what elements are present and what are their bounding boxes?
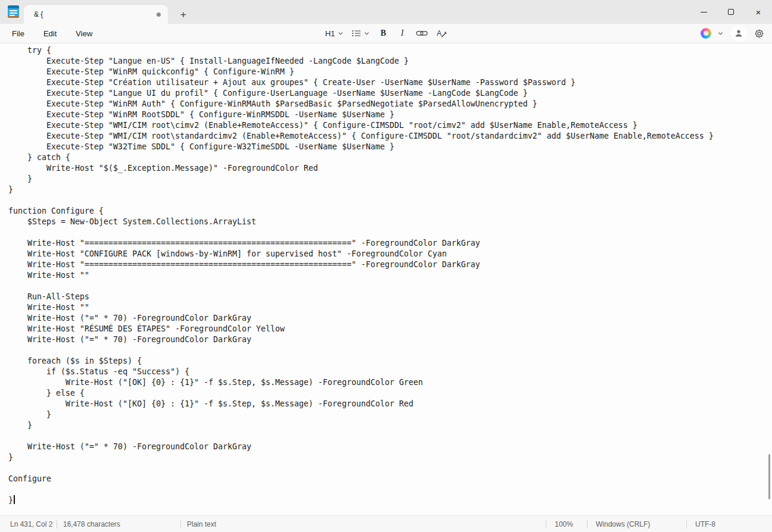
- code-line: [8, 463, 772, 474]
- code-line: Write-Host "": [8, 270, 772, 281]
- code-line: $Steps = New-Object System.Collections.A…: [8, 217, 772, 227]
- code-line: Execute-Step "Langue en-US" { Install-La…: [8, 56, 772, 67]
- text-caret: [14, 495, 15, 504]
- code-line: } else {: [8, 388, 772, 399]
- list-style-dropdown[interactable]: [349, 26, 372, 41]
- italic-button[interactable]: I: [395, 26, 410, 41]
- notepad-icon-line: [10, 12, 17, 14]
- code-line: Execute-Step "Création utilisateur + Ajo…: [8, 77, 772, 88]
- code-line: }: [8, 184, 772, 195]
- character-count-status: 16,478 characters: [57, 516, 180, 532]
- zoom-level-status: 100%: [546, 516, 587, 532]
- code-line: if ($s.Status -eq "Success") {: [8, 367, 772, 377]
- code-line: try {: [8, 45, 772, 56]
- settings-button[interactable]: [751, 25, 767, 42]
- code-line: Execute-Step "Langue UI du profil" { Con…: [8, 88, 772, 99]
- code-line: Write-Host "============================…: [8, 238, 772, 249]
- menu-view[interactable]: View: [70, 26, 98, 41]
- clear-formatting-icon: A: [436, 29, 447, 38]
- bullet-list-icon: [352, 29, 361, 37]
- heading-style-label: H1: [325, 29, 335, 38]
- bold-icon: B: [380, 29, 386, 38]
- code-line: Execute-Step "WMI/CIM root\standardcimv2…: [8, 131, 772, 142]
- notepad-app-icon: [8, 5, 19, 18]
- code-line: }: [8, 409, 772, 420]
- tab-title: & {: [34, 10, 157, 18]
- close-button[interactable]: ×: [745, 0, 772, 24]
- code-line: Write-Host "CONFIGURE PACK [windows-by-W…: [8, 249, 772, 259]
- notepad-icon-line: [10, 10, 17, 11]
- code-line: }: [8, 495, 772, 506]
- code-line: [8, 195, 772, 206]
- copilot-icon: [701, 28, 711, 39]
- minimize-button[interactable]: [690, 0, 717, 24]
- status-bar: Ln 431, Col 2 16,478 characters Plain te…: [0, 515, 772, 532]
- formatting-toolbar: H1 B: [323, 24, 449, 43]
- code-line: Write-Host ("[OK] {0} : {1}" -f $s.Step,…: [8, 377, 772, 388]
- line-ending-status: Windows (CRLF): [587, 516, 686, 532]
- code-line: Run-All-Steps: [8, 292, 772, 302]
- titlebar: & { + ×: [0, 0, 772, 24]
- chevron-down-icon: [338, 31, 343, 36]
- clear-formatting-button[interactable]: A: [434, 26, 449, 41]
- code-line: [8, 431, 772, 442]
- vertical-scrollbar[interactable]: [768, 454, 770, 499]
- gear-icon: [754, 29, 764, 39]
- notepad-icon-binding: [8, 5, 19, 8]
- copilot-button[interactable]: [697, 25, 727, 42]
- avatar: [731, 26, 746, 41]
- code-line: Execute-Step "WinRM RootSDDL" { Configur…: [8, 109, 772, 120]
- text-editor-area[interactable]: try { Execute-Step "Langue en-US" { Inst…: [0, 43, 772, 515]
- code-line: function Configure {: [8, 206, 772, 217]
- heading-style-dropdown[interactable]: H1: [323, 26, 346, 41]
- code-line: Write-Host ("[KO] {0} : {1}" -f $s.Step,…: [8, 399, 772, 409]
- code-line: Execute-Step "WMI/CIM root\cimv2 (Enable…: [8, 120, 772, 131]
- code-line: } catch {: [8, 152, 772, 163]
- code-line: Write-Host "RÉSUMÉ DES ÉTAPES" -Foregrou…: [8, 324, 772, 334]
- account-button[interactable]: [730, 25, 747, 42]
- maximize-icon: [728, 9, 734, 15]
- maximize-button[interactable]: [717, 0, 745, 24]
- code-line: Configure: [8, 474, 772, 484]
- person-icon: [734, 29, 743, 38]
- code-line: }: [8, 174, 772, 184]
- new-tab-button[interactable]: +: [176, 7, 191, 23]
- insert-link-button[interactable]: [414, 26, 430, 41]
- code-line: Execute-Step "W32Time SDDL" { Configure-…: [8, 142, 772, 152]
- code-line: [8, 227, 772, 238]
- code-line: Write-Host ("=" * 70) -ForegroundColor D…: [8, 334, 772, 345]
- document-type-status: Plain text: [181, 516, 288, 532]
- window-controls: ×: [690, 0, 772, 24]
- document-tab[interactable]: & {: [24, 5, 168, 24]
- menu-bar: File Edit View: [2, 24, 102, 43]
- menu-edit[interactable]: Edit: [37, 26, 62, 41]
- close-icon: ×: [756, 8, 761, 17]
- code-line: Execute-Step "WinRM quickconfig" { Confi…: [8, 67, 772, 77]
- encoding-status: UTF-8: [687, 516, 772, 532]
- code-line: Write-Host "$($_.Exception.Message)" -Fo…: [8, 163, 772, 174]
- code-line: Write-Host "": [8, 302, 772, 313]
- code-line: Write-Host "============================…: [8, 259, 772, 270]
- menu-file[interactable]: File: [6, 26, 30, 41]
- toolbar: File Edit View H1: [0, 24, 772, 43]
- cursor-position-status: Ln 431, Col 2: [0, 516, 57, 532]
- code-line: }: [8, 420, 772, 431]
- chevron-down-icon: [364, 31, 370, 36]
- code-line: [8, 484, 772, 495]
- code-line: [8, 281, 772, 292]
- chevron-down-icon: [718, 31, 723, 36]
- minimize-icon: [701, 12, 707, 12]
- unsaved-indicator-dot: [157, 12, 161, 17]
- code-line: }: [8, 452, 772, 463]
- svg-text:A: A: [437, 29, 442, 37]
- code-line: Write-Host ("=" * 70) -ForegroundColor D…: [8, 313, 772, 324]
- notepad-icon-base: [8, 16, 19, 18]
- notepad-window: & { + × File Edit View H1: [0, 0, 772, 532]
- bold-button[interactable]: B: [376, 26, 391, 41]
- code-line: [8, 345, 772, 356]
- code-area: try { Execute-Step "Langue en-US" { Inst…: [8, 45, 772, 506]
- toolbar-right: [697, 24, 767, 43]
- code-line: Execute-Step "WinRM Auth" { Configure-Wi…: [8, 99, 772, 109]
- link-icon: [416, 29, 428, 37]
- italic-icon: I: [401, 29, 404, 38]
